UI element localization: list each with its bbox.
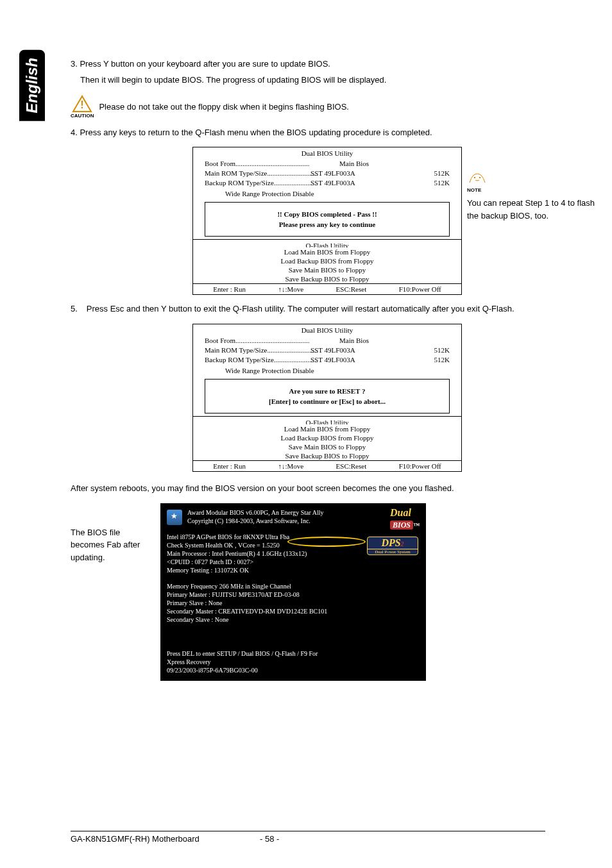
language-tab: English	[19, 50, 45, 121]
hint-esc: ESC:Reset	[336, 285, 367, 293]
key-hints: Enter : Run ↑↓:Move ESC:Reset F10:Power …	[193, 284, 461, 294]
msg-enter-esc: [Enter] to continure or [Esc] to abort..…	[210, 397, 444, 405]
msg-reset-confirm: Are you sure to RESET ?	[210, 387, 444, 395]
boot-line: Primary Slave : None	[167, 599, 420, 607]
svg-point-2	[474, 177, 475, 178]
protection-row: Wide Range Protection Disable	[193, 188, 461, 199]
boot-caption: The BIOS file becomes Fab after updating…	[71, 503, 142, 564]
bios-utility-box-1: Dual BIOS Utility Boot From.............…	[192, 147, 462, 295]
boot-from-row: Boot From...............................…	[205, 159, 450, 169]
highlight-oval	[287, 537, 366, 547]
message-box: !! Copy BIOS completed - Pass !! Please …	[205, 202, 450, 237]
step-4: 4. Press any keys to return to the Q-Fla…	[71, 126, 584, 140]
bios-title: Dual BIOS Utility	[193, 147, 461, 159]
boot-header-1: Award Modular BIOS v6.00PG, An Energy St…	[187, 508, 420, 517]
svg-text:!: !	[81, 99, 84, 110]
step-3-line2: Then it will begin to update BIOS. The p…	[71, 74, 584, 87]
main-content: 3. Press Y button on your keyboard after…	[71, 58, 584, 681]
footer-page: - 58 -	[260, 834, 279, 844]
boot-line: Xpress Recovery	[167, 658, 420, 666]
protection-row: Wide Range Protection Disable	[193, 365, 461, 376]
backup-rom-row: Backup ROM Type/Size....................…	[205, 355, 450, 365]
msg-copy-complete: !! Copy BIOS completed - Pass !!	[210, 210, 444, 218]
main-rom-row: Main ROM Type/Size......................…	[205, 346, 450, 355]
boot-line: 09/23/2003-i875P-6A79BG03C-00	[167, 666, 420, 674]
boot-line: <CPUID : 0F27 Patch ID : 0027>	[167, 558, 420, 566]
step-5: 5. Press Esc and then Y button to exit t…	[71, 303, 584, 316]
backup-rom-row: Backup ROM Type/Size....................…	[205, 178, 450, 188]
key-hints: Enter : Run ↑↓:Move ESC:Reset F10:Power …	[193, 461, 461, 471]
hint-esc: ESC:Reset	[336, 462, 367, 470]
caution-row: ! CAUTION Please do not take out the flo…	[71, 95, 584, 119]
note-text: You can repeat Step 1 to 4 to flash the …	[467, 198, 595, 221]
menu-item[interactable]: Save Backup BIOS to Floppy	[193, 274, 461, 283]
energy-star-icon	[167, 510, 182, 525]
hint-move: ↑↓:Move	[278, 462, 303, 470]
hint-enter: Enter : Run	[213, 285, 246, 293]
msg-press-key: Please press any key to continue	[210, 221, 444, 228]
after-reboot-text: After system reboots, you may find the B…	[71, 482, 584, 496]
boot-screen: Award Modular BIOS v6.00PG, An Energy St…	[160, 503, 426, 681]
note-icon: NOTE	[467, 170, 595, 194]
bios-utility-box-2: Dual BIOS Utility Boot From.............…	[192, 324, 462, 472]
boot-line: Secondary Master : CREATIVEDVD-RM DVD124…	[167, 607, 420, 615]
menu-item[interactable]: Load Backup BIOS from Floppy	[193, 256, 461, 265]
menu-item[interactable]: Load Main BIOS from Floppy	[193, 247, 461, 256]
main-rom-row: Main ROM Type/Size......................…	[205, 169, 450, 178]
hint-enter: Enter : Run	[213, 462, 246, 470]
svg-point-3	[479, 177, 480, 178]
menu-item[interactable]: Save Backup BIOS to Floppy	[193, 451, 461, 460]
dps-badge: DPS2 Dual Power System	[367, 537, 418, 555]
step-5-number: 5.	[71, 303, 78, 316]
boot-line: Primary Master : FUJITSU MPE3170AT ED-03…	[167, 590, 420, 599]
boot-line: Memory Testing : 131072K OK	[167, 566, 420, 574]
dual-bios-logo: Dual BIOS™	[390, 507, 420, 530]
step-5-text: Press Esc and then Y button to exit the …	[87, 303, 514, 316]
boot-from-row: Boot From...............................…	[205, 336, 450, 346]
hint-f10: F10:Power Off	[399, 285, 441, 293]
caution-icon: ! CAUTION	[71, 95, 94, 119]
boot-line: Memory Frequency 266 MHz in Single Chann…	[167, 582, 420, 590]
menu-item[interactable]: Load Main BIOS from Floppy	[193, 424, 461, 433]
step-3-line1: 3. Press Y button on your keyboard after…	[71, 58, 584, 71]
menu-item[interactable]: Load Backup BIOS from Floppy	[193, 433, 461, 442]
footer-model: GA-K8N51GMF(-RH) Motherboard	[71, 834, 200, 844]
bios-title: Dual BIOS Utility	[193, 324, 461, 336]
boot-header-2: Copyright (C) 1984-2003, Award Software,…	[187, 517, 420, 525]
caution-text: Please do not take out the floppy disk w…	[99, 102, 349, 112]
hint-move: ↑↓:Move	[278, 285, 303, 293]
hint-f10: F10:Power Off	[399, 462, 441, 470]
boot-line: Press DEL to enter SETUP / Dual BIOS / Q…	[167, 649, 420, 658]
message-box: Are you sure to RESET ? [Enter] to conti…	[205, 379, 450, 413]
page-footer: GA-K8N51GMF(-RH) Motherboard - 58 -	[71, 831, 545, 844]
note-block: NOTE You can repeat Step 1 to 4 to flash…	[467, 170, 595, 222]
boot-line: Secondary Slave : None	[167, 615, 420, 624]
menu-item[interactable]: Save Main BIOS to Floppy	[193, 265, 461, 274]
menu-item[interactable]: Save Main BIOS to Floppy	[193, 442, 461, 451]
